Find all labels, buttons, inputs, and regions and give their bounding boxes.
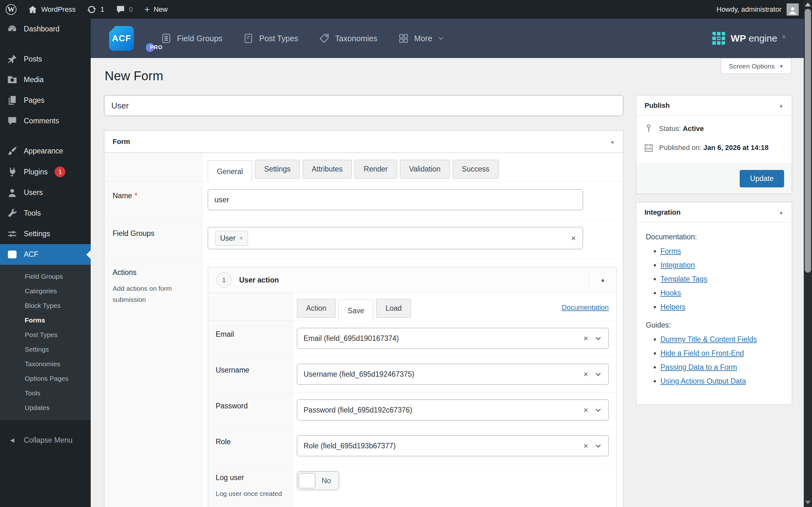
collapse-panel-icon[interactable]: ▲ xyxy=(610,139,615,144)
tab-attributes[interactable]: Attributes xyxy=(303,160,352,178)
sliders-icon xyxy=(7,229,17,239)
doc-link-forms[interactable]: Forms xyxy=(660,247,681,255)
doc-link-template-tags[interactable]: Template Tags xyxy=(660,275,707,283)
new-content-menu[interactable]: + New xyxy=(139,0,173,19)
wp-engine-brand: WP engine ® xyxy=(712,32,786,45)
collapse-panel-icon[interactable]: ▲ xyxy=(779,210,783,215)
submenu-item-taxonomies[interactable]: Taxonomies xyxy=(25,357,91,371)
screen-options-button[interactable]: Screen Options ▼ xyxy=(721,59,792,74)
wp-engine-logo-icon xyxy=(712,32,726,45)
site-home-link[interactable]: WordPress xyxy=(22,0,81,19)
acf-nav-field-groups[interactable]: Field Groups xyxy=(161,33,222,44)
nav-label: More xyxy=(414,34,432,43)
scrollbar-down-arrow-icon[interactable] xyxy=(805,501,811,504)
integration-panel-title: Integration xyxy=(645,208,681,217)
updates-link[interactable]: 1 xyxy=(81,0,110,19)
user-avatar[interactable] xyxy=(787,3,799,15)
submenu-item-post-types[interactable]: Post Types xyxy=(25,328,91,342)
submenu-item-field-groups[interactable]: Field Groups xyxy=(25,269,91,284)
form-panel-title: Form xyxy=(113,137,130,146)
clear-selection-icon[interactable]: × xyxy=(583,370,588,379)
sidebar-item-pages[interactable]: Pages xyxy=(0,90,91,111)
users-icon xyxy=(7,187,17,198)
wordpress-logo-menu[interactable]: W xyxy=(0,0,22,19)
acf-nav-taxonomies[interactable]: Taxonomies xyxy=(318,33,377,44)
email-label: Email xyxy=(208,321,293,356)
clear-selection-icon[interactable]: × xyxy=(583,405,588,415)
status-text: Status: Active xyxy=(659,125,704,133)
clear-select-icon[interactable]: × xyxy=(571,234,576,243)
scrollbar-up-arrow-icon[interactable] xyxy=(805,3,811,6)
sidebar-item-posts[interactable]: Posts xyxy=(0,49,91,69)
publish-panel-header[interactable]: Publish ▲ xyxy=(636,96,792,116)
submenu-item-settings[interactable]: Settings xyxy=(25,342,91,357)
sidebar-item-dashboard[interactable]: Dashboard xyxy=(0,19,91,39)
action-tabs-row: Action Save Load Documentation xyxy=(208,293,616,321)
sidebar-item-settings[interactable]: Settings xyxy=(0,224,91,244)
tab-general[interactable]: General xyxy=(208,160,252,182)
collapse-panel-icon[interactable]: ▲ xyxy=(779,103,783,108)
password-select-value: Password (field_695d192c67376) xyxy=(304,406,412,414)
submenu-item-forms[interactable]: Forms xyxy=(25,313,91,328)
username-select-value: Username (field_695d192467375) xyxy=(304,370,414,379)
submenu-item-options-pages[interactable]: Options Pages xyxy=(25,371,91,386)
list-item: Forms xyxy=(660,247,782,256)
tab-save[interactable]: Save xyxy=(338,300,373,321)
doc-link-hooks[interactable]: Hooks xyxy=(660,289,681,297)
accordion-header[interactable]: 1 User action ▲ xyxy=(208,268,616,293)
remove-chip-icon[interactable]: × xyxy=(239,235,243,242)
submenu-item-updates[interactable]: Updates xyxy=(25,400,91,415)
tab-action[interactable]: Action xyxy=(297,299,336,318)
comments-link[interactable]: 0 xyxy=(110,0,139,19)
tab-render[interactable]: Render xyxy=(355,160,397,178)
doc-link-helpers[interactable]: Helpers xyxy=(660,303,686,311)
form-title-input[interactable] xyxy=(104,95,623,116)
sidebar-item-media[interactable]: Media xyxy=(0,69,91,90)
acf-pro-logo[interactable]: ACF xyxy=(109,26,134,51)
actions-label: Actions xyxy=(113,267,194,277)
sidebar-item-tools[interactable]: Tools xyxy=(0,203,91,224)
sidebar-item-users[interactable]: Users xyxy=(0,182,91,203)
acf-nav-post-types[interactable]: Post Types xyxy=(242,33,298,44)
email-select[interactable]: Email (field_695d190167374) × xyxy=(297,328,609,349)
clear-selection-icon[interactable]: × xyxy=(583,334,588,343)
documentation-link[interactable]: Documentation xyxy=(562,303,609,312)
accordion-collapse-button[interactable]: ▲ xyxy=(589,268,616,292)
tab-settings[interactable]: Settings xyxy=(255,160,300,178)
sidebar-item-comments[interactable]: Comments xyxy=(0,111,91,131)
howdy-text[interactable]: Howdy, administrator xyxy=(716,5,781,14)
doc-link-integration[interactable]: Integration xyxy=(660,261,695,269)
submenu-item-categories[interactable]: Categories xyxy=(25,284,91,298)
scrollbar-thumb[interactable] xyxy=(805,9,811,273)
collapse-menu-button[interactable]: ◀ Collapse Menu xyxy=(0,431,91,450)
tab-load[interactable]: Load xyxy=(376,299,411,318)
role-select[interactable]: Role (field_695d193b67377) × xyxy=(297,435,609,456)
tab-validation[interactable]: Validation xyxy=(400,160,450,178)
submenu-item-tools[interactable]: Tools xyxy=(25,386,91,400)
chevron-down-icon xyxy=(594,335,602,342)
acf-nav-more[interactable]: More xyxy=(398,33,444,44)
log-user-toggle[interactable]: No xyxy=(297,471,339,490)
password-select[interactable]: Password (field_695d192c67376) × xyxy=(297,399,609,420)
guide-link-hide-field[interactable]: Hide a Field on Front-End xyxy=(660,349,744,357)
toggle-knob xyxy=(299,473,315,488)
sidebar-item-plugins[interactable]: Plugins 1 xyxy=(0,161,91,182)
username-select[interactable]: Username (field_695d192467375) × xyxy=(297,364,609,385)
guide-link-dummy-title[interactable]: Dummy Title & Content Fields xyxy=(660,335,757,343)
tab-success[interactable]: Success xyxy=(453,160,499,178)
update-button[interactable]: Update xyxy=(740,170,784,187)
sidebar-item-appearance[interactable]: Appearance xyxy=(0,141,91,161)
guide-link-passing-data[interactable]: Passing Data to a Form xyxy=(660,363,737,371)
clear-selection-icon[interactable]: × xyxy=(583,441,588,451)
published-text: Published on: Jan 6, 2026 at 14:18 xyxy=(659,144,768,152)
action-tabs: Action Save Load xyxy=(297,299,414,321)
submenu-item-block-types[interactable]: Block Types xyxy=(25,298,91,313)
integration-panel-header[interactable]: Integration ▲ xyxy=(636,202,792,223)
form-panel-header[interactable]: Form ▲ xyxy=(104,131,623,153)
field-groups-icon xyxy=(161,33,172,44)
guide-link-actions-output[interactable]: Using Actions Output Data xyxy=(660,377,746,385)
field-groups-select[interactable]: User × × xyxy=(208,227,583,249)
name-input[interactable] xyxy=(208,189,583,210)
sidebar-item-acf[interactable]: ACF xyxy=(0,244,91,265)
sidebar-item-label: Media xyxy=(24,75,44,84)
